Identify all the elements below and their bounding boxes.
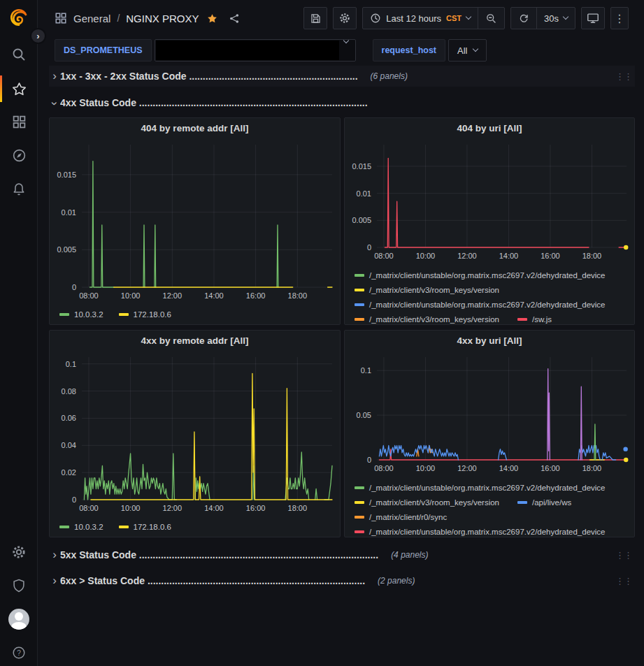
row-header-6xx[interactable]: › 6xx > Status Code ....................… (49, 570, 635, 591)
legend-item[interactable]: /api/live/ws (517, 498, 571, 507)
explore-compass-icon[interactable] (0, 141, 38, 169)
legend-label: /_matrix/client/v3/room_keys/version (369, 315, 499, 324)
svg-text:18:00: 18:00 (582, 252, 602, 260)
legend-item[interactable]: /sw.js (517, 315, 552, 324)
legend-swatch (517, 501, 527, 504)
dashboard-content: › 1xx - 3xx - 2xx Status Code ..........… (49, 0, 635, 666)
svg-text:0.04: 0.04 (62, 441, 76, 449)
svg-text:18:00: 18:00 (288, 291, 308, 300)
legend-item[interactable]: /_matrix/client/v3/room_keys/version (355, 286, 499, 294)
legend-swatch (355, 530, 364, 533)
configuration-gear-icon[interactable] (0, 538, 38, 566)
svg-text:14:00: 14:00 (499, 252, 519, 260)
alerting-bell-icon[interactable] (0, 175, 38, 203)
legend-label: /_matrix/client/unstable/org.matrix.msc2… (369, 301, 606, 309)
row-drag-handle[interactable]: ⋮⋮ (615, 71, 635, 82)
timeseries-chart[interactable]: 08:0010:0012:0014:0016:0018:0000.020.040… (50, 350, 338, 516)
svg-text:0.05: 0.05 (357, 411, 371, 419)
svg-text:0.015: 0.015 (352, 162, 371, 171)
legend-label: 10.0.3.2 (74, 523, 103, 531)
svg-text:08:00: 08:00 (79, 504, 99, 512)
chart-legend: 10.0.3.2172.18.0.6 (50, 516, 340, 537)
grafana-logo-icon[interactable] (9, 8, 29, 30)
svg-text:0: 0 (367, 456, 371, 464)
search-icon[interactable] (0, 41, 38, 68)
svg-text:18:00: 18:00 (582, 464, 602, 472)
legend-item[interactable]: 172.18.0.6 (119, 310, 171, 319)
legend-item[interactable]: /_matrix/client/unstable/org.matrix.msc2… (355, 301, 606, 309)
svg-text:16:00: 16:00 (541, 252, 560, 260)
timeseries-chart[interactable]: 08:0010:0012:0014:0016:0018:0000.0050.01… (50, 138, 338, 304)
svg-text:0.1: 0.1 (66, 360, 76, 368)
row-collapse-chevron: › (49, 574, 60, 588)
row-drag-handle[interactable]: ⋮⋮ (615, 576, 635, 586)
legend-swatch (517, 318, 527, 321)
svg-text:0.02: 0.02 (62, 468, 76, 477)
row-panel-count: (4 panels) (391, 550, 428, 560)
legend-swatch (355, 516, 364, 519)
panel-404-by-remote-addr: 404 by remote addr [All] 08:0010:0012:00… (49, 117, 341, 325)
svg-text:08:00: 08:00 (374, 464, 394, 472)
legend-label: /api/live/ws (532, 498, 571, 507)
panel-title[interactable]: 404 by remote addr [All] (50, 118, 340, 138)
sidebar-expand-button[interactable]: › (30, 28, 46, 44)
user-avatar[interactable] (0, 605, 38, 633)
legend-label: /sw.js (532, 315, 552, 324)
legend-label: 172.18.0.6 (134, 523, 171, 531)
svg-text:18:00: 18:00 (288, 504, 308, 512)
row-drag-handle[interactable]: ⋮⋮ (615, 550, 635, 560)
legend-swatch (355, 501, 364, 504)
panel-title[interactable]: 4xx by remote addr [All] (50, 331, 340, 350)
legend-item[interactable]: /_matrix/client/unstable/org.matrix.msc2… (355, 271, 606, 280)
svg-text:0: 0 (72, 495, 76, 504)
legend-item[interactable]: /_matrix/client/unstable/org.matrix.msc2… (355, 528, 606, 536)
legend-label: 10.0.3.2 (74, 310, 103, 319)
dashboards-icon[interactable] (0, 108, 38, 136)
row-collapse-chevron: › (49, 69, 60, 83)
svg-text:14:00: 14:00 (499, 464, 519, 472)
svg-text:0.01: 0.01 (62, 208, 76, 217)
svg-text:0.015: 0.015 (57, 171, 76, 179)
chart-legend: /_matrix/client/unstable/org.matrix.msc2… (345, 477, 634, 537)
server-admin-shield-icon[interactable] (0, 572, 38, 600)
svg-text:10:00: 10:00 (121, 291, 141, 300)
svg-text:0.06: 0.06 (62, 414, 76, 422)
legend-item[interactable]: /_matrix/client/r0/sync (355, 513, 447, 521)
svg-text:16:00: 16:00 (246, 504, 266, 512)
legend-label: /_matrix/client/v3/room_keys/version (369, 286, 499, 294)
svg-text:0: 0 (367, 243, 371, 252)
legend-item[interactable]: 10.0.3.2 (59, 523, 103, 531)
panel-4xx-by-remote-addr: 4xx by remote addr [All] 08:0010:0012:00… (49, 330, 341, 537)
legend-label: /_matrix/client/unstable/org.matrix.msc2… (369, 528, 606, 536)
panel-title[interactable]: 4xx by uri [All] (345, 331, 634, 350)
row-header-4xx[interactable]: › 4xx Status Code ......................… (49, 92, 635, 113)
timeseries-chart[interactable]: 08:0010:0012:0014:0016:0018:0000.050.1 (345, 350, 633, 477)
svg-text:10:00: 10:00 (121, 504, 141, 512)
row-collapse-chevron: › (49, 98, 62, 109)
svg-text:12:00: 12:00 (163, 504, 183, 512)
row-header-5xx[interactable]: › 5xx Status Code ......................… (49, 544, 635, 565)
legend-swatch (119, 526, 129, 528)
legend-label: /_matrix/client/r0/sync (369, 513, 447, 521)
timeseries-chart[interactable]: 08:0010:0012:0014:0016:0018:0000.0050.01… (345, 138, 633, 264)
starred-dashboards-icon[interactable] (0, 75, 38, 103)
legend-item[interactable]: 172.18.0.6 (119, 523, 171, 531)
svg-text:14:00: 14:00 (204, 504, 224, 512)
row-panel-count: (2 panels) (378, 576, 415, 586)
legend-swatch (355, 274, 364, 277)
svg-text:10:00: 10:00 (416, 464, 436, 472)
legend-swatch (355, 318, 364, 321)
svg-text:12:00: 12:00 (163, 291, 183, 300)
row-header-1xx-3xx-2xx[interactable]: › 1xx - 3xx - 2xx Status Code ..........… (49, 66, 635, 87)
legend-item[interactable]: /_matrix/client/unstable/org.matrix.msc2… (355, 484, 606, 492)
svg-text:0: 0 (72, 283, 76, 291)
svg-text:0.01: 0.01 (357, 189, 371, 198)
legend-item[interactable]: /_matrix/client/v3/room_keys/version (355, 315, 499, 324)
svg-text:12:00: 12:00 (457, 252, 477, 260)
panel-404-by-uri: 404 by uri [All] 08:0010:0012:0014:0016:… (344, 117, 635, 325)
legend-swatch (355, 289, 364, 291)
legend-item[interactable]: 10.0.3.2 (59, 310, 103, 319)
panel-title[interactable]: 404 by uri [All] (345, 118, 634, 138)
legend-item[interactable]: /_matrix/client/v3/room_keys/version (355, 498, 499, 507)
help-icon[interactable]: ? (0, 639, 38, 666)
